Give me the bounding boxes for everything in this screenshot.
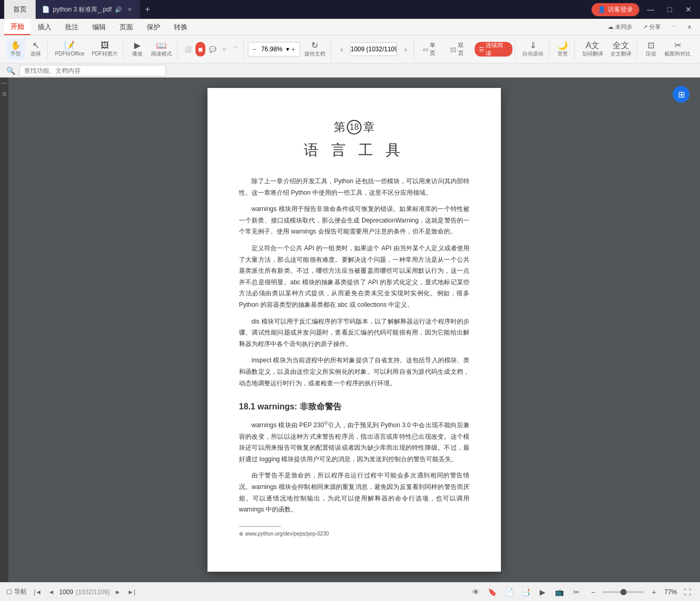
- user-login-btn[interactable]: 👤 访客登录: [592, 3, 639, 16]
- sync-icon: ☁: [608, 24, 614, 30]
- tab-annotate[interactable]: 批注: [59, 19, 85, 35]
- background-icon: 🌙: [557, 41, 568, 50]
- nav-checkbox-icon: ☐: [6, 588, 12, 596]
- tab-insert[interactable]: 插入: [31, 19, 58, 35]
- intro-para-5: inspect 模块为当前进程中的所有对象提供了自省支持。这包括导入的模块、类和…: [239, 355, 469, 389]
- rotate-label: 旋转文档: [304, 50, 325, 58]
- single-page-label: 单页: [430, 41, 441, 57]
- pdf-image-btn[interactable]: 🖼 PDF转图片: [89, 39, 121, 60]
- tab-start[interactable]: 开始: [4, 19, 30, 35]
- zoom-control: − 76.98% ▾ +: [248, 42, 300, 57]
- play-btn[interactable]: ▶ 播放: [128, 39, 147, 60]
- pdf-area[interactable]: 第 18 章 语 言 工 具 除了上一章介绍的开发工具，Python 还包括一些…: [8, 77, 700, 582]
- annotation-btn[interactable]: 💬: [206, 42, 219, 57]
- maximize-btn[interactable]: □: [662, 2, 677, 17]
- tool-group-pageview: ⬜ ◼ 💬 ○ ⌒: [180, 38, 244, 60]
- continuous-btn[interactable]: ☰ 连续阅读: [475, 42, 512, 57]
- bottombar: ☐ 导航 |◄ ◄ 1009 (1032/1109) ► ►| 👁 🔖 📄 📑 …: [0, 582, 700, 601]
- page-view-btn[interactable]: 📄: [503, 586, 516, 598]
- intro-para-4: dis 模块可以用于反汇编程序的字节码版本，以了解解释器运行这个程序时的步骤。调…: [239, 316, 469, 350]
- play-icon: ▶: [134, 41, 140, 50]
- more-btn[interactable]: ⋯: [667, 20, 681, 35]
- section-title: 18.1 warnings: 非致命警告: [239, 402, 469, 413]
- tab-convert[interactable]: 转换: [168, 19, 194, 35]
- rotate-btn[interactable]: ↻ 旋转文档: [301, 39, 329, 60]
- annotation-icon: 💬: [209, 46, 216, 53]
- section-p1-text: warnings 模块由 PEP 230: [251, 421, 324, 429]
- single-page-icon: ▭: [423, 46, 428, 53]
- search-input[interactable]: [19, 65, 166, 76]
- continuous-icon: ☰: [479, 46, 484, 53]
- last-page-btn[interactable]: ►|: [126, 586, 137, 598]
- sync-btn[interactable]: ☁ 未同步: [604, 20, 637, 35]
- page-input[interactable]: [350, 42, 397, 56]
- tool-group-background: 🌙 背景: [551, 38, 575, 60]
- scroll-icon: ⇓: [530, 41, 537, 50]
- zoom-out-btn[interactable]: −: [251, 45, 258, 53]
- rect-view-btn[interactable]: ⬜: [182, 42, 194, 57]
- zoom-slider-thumb[interactable]: [620, 589, 627, 595]
- float-action-btn[interactable]: ⊞: [673, 86, 690, 103]
- collapse-btn[interactable]: ∧: [683, 20, 696, 35]
- user-label: 访客登录: [608, 5, 633, 14]
- full-translate-btn[interactable]: 全文 全文翻译: [607, 39, 635, 60]
- select-tool-btn[interactable]: ↖ 选择: [26, 39, 45, 60]
- read-mode-btn[interactable]: 📖 阅读模式: [148, 39, 175, 60]
- nav-label-text: 导航: [14, 587, 27, 596]
- translate-icon: A文: [586, 41, 600, 50]
- prev-page-btn[interactable]: ‹: [335, 43, 348, 55]
- screen-btn[interactable]: 📺: [553, 586, 566, 598]
- zoom-out-btn2[interactable]: −: [587, 586, 599, 598]
- circle-btn[interactable]: ○: [220, 42, 229, 57]
- footnote: ⊕ www.python.org/dev/peps/pep-0230: [239, 531, 469, 537]
- word-translate-btn[interactable]: A文 划词翻译: [579, 39, 606, 60]
- auto-scroll-btn[interactable]: ⇓ 自动滚动: [519, 39, 546, 60]
- zoom-value[interactable]: 76.98%: [259, 46, 285, 53]
- share-btn[interactable]: ↗ 分享: [639, 20, 665, 35]
- pdf-office-label: PDF转Office: [55, 50, 84, 58]
- tool-group-autoscroll: ⇓ 自动滚动: [517, 38, 549, 60]
- screenshot-btn[interactable]: ✂ 截图和对比: [661, 39, 694, 60]
- pdf-page: 第 18 章 语 言 工 具 除了上一章介绍的开发工具，Python 还包括一些…: [207, 88, 501, 572]
- zoom-in-btn[interactable]: +: [290, 45, 297, 53]
- book-icon: 📖: [156, 41, 167, 50]
- arc-btn[interactable]: ⌒: [230, 42, 241, 57]
- next-page-btn[interactable]: ›: [399, 43, 412, 55]
- single-page-btn[interactable]: ▭ 单页: [419, 42, 445, 57]
- home-tab[interactable]: 首页: [4, 0, 36, 19]
- pdf-office-btn[interactable]: 📝 PDF转Office: [52, 39, 88, 60]
- tab-protect[interactable]: 保护: [140, 19, 167, 35]
- tab-page[interactable]: 页面: [113, 19, 139, 35]
- background-btn[interactable]: 🌙 背景: [553, 39, 572, 60]
- crop-btn[interactable]: ✂: [570, 586, 583, 598]
- zoom-slider[interactable]: [603, 591, 644, 593]
- dual-view-btn[interactable]: 📑: [520, 586, 532, 598]
- view-mode-btns: ▭ 单页 ▯▯ 双页 ☰ 连续阅读: [419, 42, 512, 57]
- first-page-btn[interactable]: |◄: [32, 586, 43, 598]
- tab-edit[interactable]: 编辑: [86, 19, 112, 35]
- zoom-dropdown-icon[interactable]: ▾: [286, 46, 289, 53]
- toolbar-tabs: 开始 插入 批注 编辑 页面 保护 转换 ☁ 未同步 ↗ 分享 ⋯ ∧: [0, 19, 700, 36]
- compress-btn[interactable]: ⊡ 压缩: [641, 39, 660, 60]
- add-tab-btn[interactable]: +: [140, 5, 155, 14]
- main-area: 导 第 18 章 语 言 工 具 除了上一章介绍的开发工具，Python 还包括…: [0, 77, 700, 582]
- eye-btn[interactable]: 👁: [469, 586, 482, 598]
- next-page-btn2[interactable]: ►: [112, 586, 124, 598]
- continuous-label: 连续阅读: [486, 41, 508, 57]
- minimize-btn[interactable]: —: [643, 2, 658, 17]
- close-btn[interactable]: ✕: [681, 2, 696, 17]
- prev-page-btn2[interactable]: ◄: [46, 586, 57, 598]
- select-tool-label: 选择: [30, 50, 41, 58]
- nav-toggle[interactable]: ☐ 导航: [6, 587, 27, 596]
- file-tab[interactable]: 📄 python 3 标准库_.pdf 🔊 ✕: [36, 0, 140, 19]
- close-tab-btn[interactable]: ✕: [125, 5, 134, 14]
- fit-view-btn[interactable]: ◼: [195, 42, 205, 57]
- hand-tool-btn[interactable]: ✋ 手型: [6, 39, 25, 60]
- play-btn2[interactable]: ▶: [537, 586, 549, 598]
- bookmark-btn[interactable]: 🔖: [486, 586, 499, 598]
- zoom-in-btn2[interactable]: +: [648, 586, 660, 598]
- sync-label: 未同步: [615, 23, 632, 31]
- fullscreen-btn[interactable]: ⛶: [681, 586, 694, 598]
- pdf-image-label: PDF转图片: [92, 50, 118, 58]
- double-page-btn[interactable]: ▯▯ 双页: [446, 42, 473, 57]
